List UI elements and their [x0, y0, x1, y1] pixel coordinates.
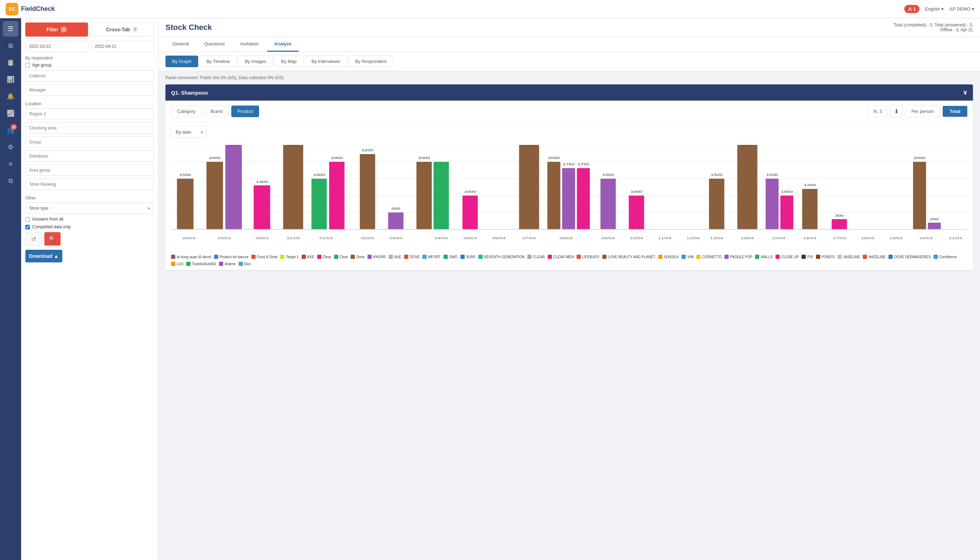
sidebar-item-trending[interactable]: 📈 — [3, 105, 18, 121]
legend-label: DOVE — [410, 255, 420, 259]
per-person-button[interactable]: Per person — [905, 105, 940, 117]
reset-button[interactable]: ↺ — [25, 232, 42, 245]
collector-input[interactable] — [25, 70, 154, 82]
subtab-by-timeline[interactable]: By Timeline — [200, 56, 237, 67]
qtab-category[interactable]: Category — [171, 105, 202, 117]
subtab-by-interviewer[interactable]: By Interviewer — [305, 56, 347, 67]
legend-color — [422, 255, 427, 259]
navbar-right: ⚠ 1 English ▾ AP DEMO ▾ — [904, 5, 974, 13]
svg-text:29/03: 29/03 — [217, 237, 231, 240]
sidebar-item-settings[interactable]: ⚙ — [3, 139, 18, 155]
subtab-by-respondent[interactable]: By Respondent — [349, 56, 393, 67]
checking-area-input[interactable] — [25, 122, 154, 134]
legend-label: LUX — [177, 262, 184, 266]
legend-label: Elec — [244, 262, 251, 266]
manager-input[interactable] — [25, 84, 154, 96]
svg-text:09/04: 09/04 — [602, 237, 615, 240]
question-collapse-icon[interactable]: ∨ — [963, 88, 967, 97]
date-filter-wrap: By date By week By month — [171, 126, 207, 138]
tab-analyze[interactable]: Analyze — [267, 37, 299, 52]
svg-text:16/04: 16/04 — [803, 237, 816, 240]
legend-color — [681, 255, 686, 259]
tab-questions[interactable]: Questions — [197, 37, 232, 52]
language-selector[interactable]: English ▾ — [925, 6, 944, 12]
subtab-by-graph[interactable]: By Graph — [165, 56, 198, 67]
chart-section: Panel conversion: Public link 0% (0/0), … — [159, 71, 980, 560]
area-group-input[interactable] — [25, 165, 154, 176]
by-respondent-label: By respondent — [25, 56, 154, 60]
legend-label: SEVENTH GENERATION — [484, 255, 524, 259]
legend-item: HAZELINE — [863, 255, 886, 259]
subtab-by-map[interactable]: By Map — [275, 56, 304, 67]
legend-label: Product for barcoe — [220, 255, 249, 259]
date-filter-select[interactable]: By date By week By month — [171, 126, 207, 138]
answers-from-all-checkbox[interactable] — [25, 217, 30, 222]
legend-label: VASELINE — [843, 255, 860, 259]
sidebar-item-bell[interactable]: 🔔 — [3, 88, 18, 104]
age-group-checkbox[interactable] — [25, 63, 30, 68]
svg-text:07/04: 07/04 — [523, 237, 536, 240]
crosstab-help-icon: ? — [132, 27, 139, 33]
legend-color — [351, 255, 355, 259]
alert-badge[interactable]: ⚠ 1 — [904, 5, 920, 13]
crosstab-button[interactable]: Cross-Tab ? — [91, 23, 154, 37]
legend-item: PADDLE POP — [725, 255, 752, 259]
subtab-by-images[interactable]: By Images — [238, 56, 273, 67]
tab-general[interactable]: General — [165, 37, 196, 52]
legend-label: CLEAR — [533, 255, 544, 259]
svg-text:05/04: 05/04 — [464, 237, 477, 240]
sidebar-item-copy[interactable]: ⧉ — [3, 173, 18, 188]
sidebar-item-analytics[interactable]: 📊 — [3, 72, 18, 87]
date-from-input[interactable] — [25, 41, 88, 52]
legend-label: SUNSILK — [664, 255, 679, 259]
legend-color — [775, 255, 780, 259]
group-input[interactable] — [25, 137, 154, 148]
total-button[interactable]: Total — [943, 106, 967, 117]
legend-label: WALLS — [761, 255, 773, 259]
svg-text:19/04: 19/04 — [889, 237, 903, 240]
legend-color — [658, 255, 663, 259]
chart-download-button[interactable]: ⬇ — [890, 105, 903, 117]
sidebar-item-users[interactable]: 👥 20 — [3, 122, 18, 138]
svg-text:03/04: 03/04 — [389, 237, 403, 240]
legend-item: Elec — [239, 262, 251, 266]
legend-color — [725, 255, 729, 259]
legend-label: ToshibaSub001 — [192, 262, 216, 266]
svg-rect-35 — [462, 196, 478, 229]
completed-data-checkbox[interactable] — [25, 225, 30, 229]
sidebar-item-grid[interactable]: ⊞ — [3, 38, 18, 53]
search-button[interactable]: 🔍 — [44, 232, 60, 245]
download-button[interactable]: Download ▲ — [25, 250, 62, 262]
tab-invitation[interactable]: Invitation — [234, 37, 266, 52]
legend-item: SUNSILK — [658, 255, 679, 259]
legend-color — [317, 255, 321, 259]
region-input[interactable] — [25, 108, 154, 120]
sidebar-item-menu[interactable]: ☰ — [3, 21, 18, 37]
qtab-product[interactable]: Product — [231, 105, 259, 117]
legend-item: SEVENTH GENERATION — [478, 255, 524, 259]
svg-rect-6 — [177, 179, 194, 229]
bell-icon: 🔔 — [7, 93, 15, 100]
reset-icon: ↺ — [31, 236, 36, 242]
filter-button[interactable]: Filter ? — [25, 23, 88, 37]
legend-label: CORNETTO — [702, 255, 721, 259]
main-layout: ☰ ⊞ 📋 📊 🔔 📈 👥 20 ⚙ ≡ ⧉ — [0, 18, 980, 560]
legend-item: AXE — [302, 255, 314, 259]
store-type-select[interactable]: Store type — [25, 203, 154, 214]
legend-item: LOVE BEAUTY AND PLANET — [602, 255, 655, 259]
sidebar-item-list[interactable]: ≡ — [3, 156, 18, 172]
legend-label: P/S — [807, 255, 813, 259]
svg-rect-17 — [283, 145, 303, 229]
sidebar-item-reports[interactable]: 📋 — [3, 55, 18, 70]
svg-text:13/04: 13/04 — [710, 237, 723, 240]
legend-item: POND'S — [816, 255, 835, 259]
legend-item: KNORR — [367, 255, 386, 259]
qtab-brand[interactable]: Brand — [205, 105, 229, 117]
distributor-input[interactable] — [25, 150, 154, 162]
store-ranking-input[interactable] — [25, 179, 154, 190]
legend-label: AXE — [307, 255, 314, 259]
legend-label: Confidence — [939, 255, 957, 259]
legend-item: CLOSE UP — [775, 255, 799, 259]
user-menu[interactable]: AP DEMO ▾ — [949, 6, 974, 12]
date-to-input[interactable] — [91, 41, 154, 52]
